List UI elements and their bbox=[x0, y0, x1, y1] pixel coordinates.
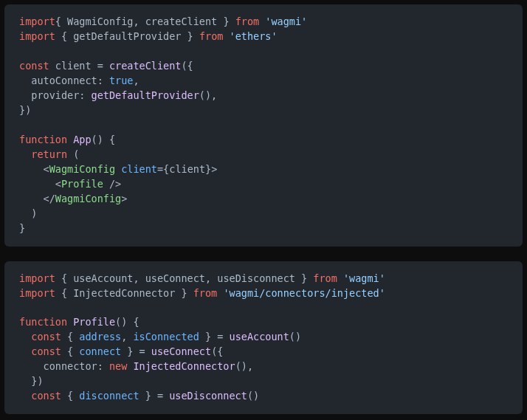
code-content-2: import { useAccount, useConnect, useDisc… bbox=[19, 272, 508, 404]
code-block-1: import{ WagmiConfig, createClient } from… bbox=[4, 4, 523, 247]
code-content-1: import{ WagmiConfig, createClient } from… bbox=[19, 15, 508, 236]
code-block-2: import { useAccount, useConnect, useDisc… bbox=[4, 261, 523, 415]
kw-import: import bbox=[19, 16, 55, 27]
